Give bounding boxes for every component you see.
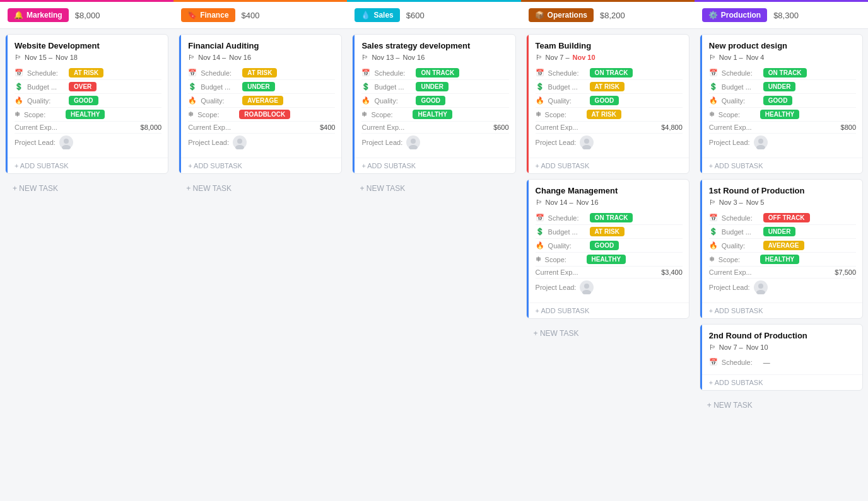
svg-point-9	[582, 290, 591, 294]
task-card[interactable]: Financial Auditing🏳Nov 14 – Nov 16📅Sched…	[179, 34, 342, 174]
budget-icon: 💲	[361, 83, 370, 91]
column-header-operations: 📦Operations$8,200	[521, 2, 695, 29]
flag-icon: 🏳	[709, 54, 716, 61]
budget-badge: UNDER	[763, 227, 796, 236]
quality-badge: GOOD	[69, 96, 98, 105]
add-subtask-button[interactable]: + ADD SUBTASK	[353, 158, 515, 173]
task-expense-row: Current Exp...$400	[188, 122, 335, 134]
task-lead-row: Project Lead:	[188, 134, 335, 151]
flag-icon: 🏳	[188, 54, 195, 61]
expense-value: $400	[320, 124, 335, 131]
column-operations: 📦Operations$8,200Team Building🏳Nov 7 – N…	[521, 0, 695, 501]
task-expense-row: Current Exp...$7,500	[709, 267, 856, 279]
lead-label: Project Lead:	[361, 139, 402, 146]
add-subtask-button[interactable]: + ADD SUBTASK	[179, 158, 341, 173]
column-sales: 💧Sales$600Sales strategy development🏳Nov…	[347, 0, 520, 501]
expense-value: $8,000	[141, 124, 162, 131]
budget-label: Budget ...	[722, 228, 760, 236]
schedule-badge: AT RISK	[242, 68, 277, 78]
dept-icon-finance: 🔖	[187, 11, 197, 20]
dept-badge-finance[interactable]: 🔖Finance	[181, 8, 235, 22]
dept-icon-sales: 💧	[361, 11, 370, 20]
task-dates: 🏳Nov 7 – Nov 10	[709, 343, 856, 351]
budget-label: Budget ...	[722, 83, 760, 91]
budget-badge: UNDER	[242, 82, 275, 91]
task-card[interactable]: Team Building🏳Nov 7 – Nov 10📅Schedule:ON…	[526, 34, 689, 174]
scope-label: Scope:	[545, 256, 583, 263]
scope-badge: HEALTHY	[66, 110, 105, 119]
task-date-end: Nov 16	[229, 54, 251, 61]
column-budget-marketing: $8,000	[75, 11, 100, 20]
scope-icon: ❄	[361, 110, 367, 118]
add-subtask-button[interactable]: + ADD SUBTASK	[6, 158, 168, 173]
task-date-end: Nov 16	[402, 54, 425, 61]
new-task-button[interactable]: + NEW TASK	[700, 396, 863, 415]
new-task-button[interactable]: + NEW TASK	[179, 179, 342, 198]
task-card[interactable]: 2nd Round of Production🏳Nov 7 – Nov 10📅S…	[700, 324, 863, 391]
expense-value: $800	[841, 124, 856, 131]
schedule-icon: 📅	[361, 69, 370, 77]
dept-badge-sales[interactable]: 💧Sales	[355, 8, 399, 22]
svg-point-3	[235, 145, 244, 149]
task-field-budget: 💲Budget ...UNDER	[188, 80, 335, 94]
task-date-end: Nov 4	[746, 54, 765, 61]
task-card[interactable]: Website Development🏳Nov 15 – Nov 18📅Sche…	[5, 34, 168, 174]
add-subtask-button[interactable]: + ADD SUBTASK	[527, 302, 689, 318]
task-field-budget: 💲Budget ...AT RISK	[536, 225, 683, 239]
quality-badge: GOOD	[416, 96, 445, 105]
quality-label: Quality:	[548, 242, 586, 250]
column-production: ⚙️Production$8,300New product design🏳Nov…	[695, 0, 868, 501]
task-card[interactable]: Sales strategy development🏳Nov 13 – Nov …	[352, 34, 515, 174]
flag-icon: 🏳	[536, 54, 542, 61]
task-field-schedule: 📅Schedule:ON TRACK	[536, 66, 683, 80]
quality-icon: 🔥	[188, 96, 197, 105]
lead-label: Project Lead:	[709, 284, 750, 291]
quality-label: Quality:	[722, 97, 760, 105]
schedule-label: Schedule:	[201, 69, 238, 77]
column-header-production: ⚙️Production$8,300	[695, 2, 868, 29]
task-lead-row: Project Lead:	[361, 134, 508, 151]
scope-badge: ROADBLOCK	[239, 110, 290, 119]
task-card[interactable]: Change Management🏳Nov 14 – Nov 16📅Schedu…	[526, 179, 689, 319]
schedule-icon: 📅	[536, 214, 544, 222]
task-lead-row: Project Lead:	[536, 134, 683, 151]
new-task-button[interactable]: + NEW TASK	[5, 179, 168, 198]
task-dates: 🏳Nov 3 – Nov 5	[709, 199, 856, 206]
schedule-value: —	[763, 359, 770, 366]
dept-badge-marketing[interactable]: 🔔Marketing	[8, 8, 69, 22]
add-subtask-button[interactable]: + ADD SUBTASK	[700, 302, 862, 318]
svg-point-5	[409, 145, 418, 149]
task-field-scope: ❄Scope:HEALTHY	[15, 108, 161, 122]
new-task-button[interactable]: + NEW TASK	[526, 324, 689, 343]
scope-icon: ❄	[709, 255, 715, 263]
kanban-board: 🔔Marketing$8,000Website Development🏳Nov …	[0, 0, 868, 501]
flag-icon: 🏳	[709, 199, 716, 206]
quality-label: Quality:	[374, 97, 412, 105]
task-date-start: Nov 7 –	[546, 54, 570, 61]
svg-point-13	[756, 290, 765, 294]
add-subtask-button[interactable]: + ADD SUBTASK	[527, 158, 689, 173]
dept-badge-operations[interactable]: 📦Operations	[529, 8, 594, 22]
dept-badge-production[interactable]: ⚙️Production	[702, 8, 767, 22]
quality-badge: GOOD	[763, 96, 793, 105]
task-field-schedule: 📅Schedule:ON TRACK	[536, 211, 683, 225]
column-budget-finance: $400	[242, 11, 260, 20]
task-field-quality: 🔥Quality:GOOD	[361, 94, 508, 108]
new-task-button[interactable]: + NEW TASK	[352, 179, 515, 198]
task-date-start: Nov 15 –	[25, 54, 52, 61]
add-subtask-button[interactable]: + ADD SUBTASK	[700, 158, 862, 173]
task-card[interactable]: 1st Round of Production🏳Nov 3 – Nov 5📅Sc…	[700, 179, 863, 319]
schedule-label: Schedule:	[722, 359, 760, 366]
quality-badge: GOOD	[590, 241, 619, 250]
schedule-label: Schedule:	[27, 69, 65, 77]
task-title: Financial Auditing	[188, 41, 335, 50]
lead-label: Project Lead:	[188, 139, 229, 146]
task-field-scope: ❄Scope:HEALTHY	[709, 108, 856, 122]
schedule-icon: 📅	[709, 69, 718, 77]
quality-icon: 🔥	[536, 96, 544, 105]
task-date-start: Nov 14 –	[198, 54, 226, 61]
task-card[interactable]: New product design🏳Nov 1 – Nov 4📅Schedul…	[700, 34, 863, 174]
quality-label: Quality:	[27, 97, 65, 105]
add-subtask-button[interactable]: + ADD SUBTASK	[700, 374, 862, 390]
dept-label-marketing: Marketing	[26, 11, 62, 20]
